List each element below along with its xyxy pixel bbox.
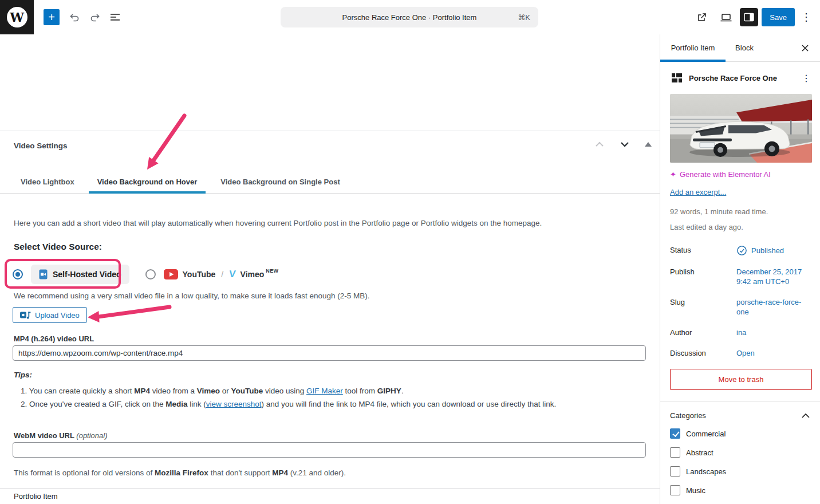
breadcrumb[interactable]: Portfolio Item bbox=[14, 492, 58, 501]
checkbox-checked[interactable] bbox=[670, 428, 680, 439]
upload-video-button[interactable]: Upload Video bbox=[13, 307, 87, 323]
undo-button[interactable] bbox=[64, 7, 85, 27]
summary-row-author: Author ina bbox=[670, 328, 810, 337]
word-count-line: 92 words, 1 minute read time. bbox=[670, 207, 810, 216]
move-up-icon[interactable] bbox=[594, 141, 605, 148]
gif-maker-link[interactable]: GIF Maker bbox=[306, 387, 343, 395]
tab-video-background-on-hover[interactable]: Video Background on Hover bbox=[97, 178, 198, 193]
options-menu-button[interactable]: ⋮ bbox=[798, 8, 814, 26]
tips-heading: Tips: bbox=[14, 371, 32, 379]
kebab-icon: ⋮ bbox=[801, 11, 811, 23]
published-check-icon bbox=[736, 245, 747, 256]
kebab-icon: ⋮ bbox=[802, 73, 811, 83]
category-music[interactable]: Music bbox=[670, 485, 810, 495]
new-badge: NEW bbox=[266, 268, 278, 274]
featured-image[interactable] bbox=[670, 94, 812, 163]
wordpress-logo[interactable]: W bbox=[0, 0, 34, 34]
command-palette-button[interactable]: Porsche Race Force One · Portfolio Item … bbox=[281, 7, 538, 27]
mp4-url-label: MP4 (h.264) video URL bbox=[14, 334, 94, 343]
save-button[interactable]: Save bbox=[762, 8, 795, 26]
recommendation-text: We recommend using a very small video fi… bbox=[14, 292, 370, 300]
author-value[interactable]: ina bbox=[736, 328, 746, 337]
view-post-button[interactable] bbox=[692, 7, 712, 27]
media-icon bbox=[20, 311, 31, 320]
summary-row-discussion: Discussion Open bbox=[670, 348, 810, 358]
tab-video-background-on-single-post[interactable]: Video Background on Single Post bbox=[220, 178, 340, 193]
self-hosted-video-chip[interactable]: Self-Hosted Video bbox=[31, 265, 129, 284]
checkbox-unchecked[interactable] bbox=[670, 447, 680, 458]
publish-date-value[interactable]: December 25, 2017 9:42 am UTC+0 bbox=[736, 267, 810, 286]
sparkle-icon: ✦ bbox=[670, 170, 676, 179]
portfolio-post-icon bbox=[670, 71, 684, 85]
document-title: Porsche Race Force One · Portfolio Item bbox=[342, 13, 477, 22]
slug-value[interactable]: porsche-race-force-one bbox=[736, 297, 810, 317]
categories-panel: Categories Commercial Abstract Landscape… bbox=[660, 401, 820, 495]
view-screenshot-link[interactable]: view screenshot bbox=[206, 400, 262, 408]
post-card: Porsche Race Force One ⋮ bbox=[660, 62, 820, 93]
annotation-arrow-to-tab bbox=[135, 108, 198, 176]
plus-icon: + bbox=[48, 11, 55, 23]
add-excerpt-link[interactable]: Add an excerpt... bbox=[670, 188, 726, 196]
category-commercial[interactable]: Commercial bbox=[670, 428, 810, 439]
webm-url-label: WebM video URL (optional) bbox=[14, 431, 108, 440]
summary-row-slug: Slug porsche-race-force-one bbox=[670, 297, 810, 317]
editor-footer: Portfolio Item bbox=[0, 488, 660, 504]
post-title: Porsche Race Force One bbox=[689, 74, 798, 82]
last-edited-line: Last edited a day ago. bbox=[670, 223, 810, 231]
sidebar-tabs: Portfolio Item Block bbox=[660, 34, 820, 62]
document-overview-button[interactable] bbox=[105, 7, 126, 27]
checkbox-unchecked[interactable] bbox=[670, 485, 680, 495]
vimeo-label: Vimeo bbox=[241, 270, 265, 279]
select-video-source-heading: Select Video Source: bbox=[14, 242, 102, 252]
tab-description: Here you can add a short video that will… bbox=[14, 219, 586, 227]
tab-portfolio-item[interactable]: Portfolio Item bbox=[660, 34, 726, 61]
source-separator: / bbox=[221, 270, 223, 279]
mp4-url-input[interactable] bbox=[13, 345, 646, 361]
category-abstract[interactable]: Abstract bbox=[670, 447, 810, 458]
video-settings-panel-title: Video Settings bbox=[14, 141, 68, 150]
chevron-up-icon bbox=[801, 413, 810, 419]
close-sidebar-button[interactable] bbox=[796, 39, 814, 57]
self-hosted-video-label: Self-Hosted Video bbox=[53, 270, 121, 279]
metabox-divider bbox=[0, 131, 660, 131]
post-actions-button[interactable]: ⋮ bbox=[798, 70, 814, 86]
tab-video-lightbox[interactable]: Video Lightbox bbox=[21, 178, 74, 193]
annotation-arrow-to-upload bbox=[80, 302, 178, 328]
metabox-controls bbox=[594, 141, 652, 148]
editor-canvas: Video Settings Video Lightbox Video Back… bbox=[0, 34, 660, 504]
redo-button[interactable] bbox=[85, 7, 105, 27]
post-summary: Status Published Publish December 25, 20… bbox=[670, 245, 810, 358]
youtube-label: YouTube bbox=[183, 270, 216, 279]
vimeo-icon: V bbox=[228, 269, 236, 280]
tab-block[interactable]: Block bbox=[726, 34, 763, 61]
external-link-icon bbox=[696, 11, 708, 23]
settings-sidebar: Portfolio Item Block Porsche Race Force … bbox=[660, 34, 820, 504]
checkbox-unchecked[interactable] bbox=[670, 466, 680, 477]
tip-item-1: 1. You can create quickly a short MP4 vi… bbox=[21, 387, 651, 395]
video-settings-tabs: Video Lightbox Video Background on Hover… bbox=[0, 172, 660, 194]
youtube-icon bbox=[164, 269, 178, 279]
undo-icon bbox=[69, 11, 80, 23]
categories-header[interactable]: Categories bbox=[670, 411, 810, 420]
preview-button[interactable] bbox=[716, 7, 736, 27]
webm-url-input[interactable] bbox=[13, 442, 646, 458]
block-inserter-button[interactable]: + bbox=[44, 9, 60, 25]
close-icon bbox=[801, 44, 810, 53]
move-to-trash-button[interactable]: Move to trash bbox=[670, 369, 812, 390]
toggle-panel-icon[interactable] bbox=[645, 142, 652, 147]
status-value[interactable]: Published bbox=[736, 245, 784, 256]
self-hosted-radio[interactable] bbox=[13, 269, 23, 279]
summary-row-status: Status Published bbox=[670, 245, 810, 256]
wordpress-logo-icon: W bbox=[7, 7, 27, 27]
settings-sidebar-toggle[interactable] bbox=[740, 8, 758, 26]
summary-row-publish: Publish December 25, 2017 9:42 am UTC+0 bbox=[670, 267, 810, 286]
move-down-icon[interactable] bbox=[620, 141, 630, 148]
discussion-value[interactable]: Open bbox=[736, 348, 755, 358]
upload-video-label: Upload Video bbox=[35, 311, 80, 320]
youtube-vimeo-radio[interactable] bbox=[145, 269, 156, 279]
sidebar-panel-icon bbox=[743, 12, 755, 22]
laptop-icon bbox=[720, 11, 732, 23]
generate-with-elementor-ai[interactable]: ✦ Generate with Elementor AI bbox=[670, 170, 810, 179]
shortcut-hint: ⌘K bbox=[518, 13, 530, 22]
category-landscapes[interactable]: Landscapes bbox=[670, 466, 810, 477]
